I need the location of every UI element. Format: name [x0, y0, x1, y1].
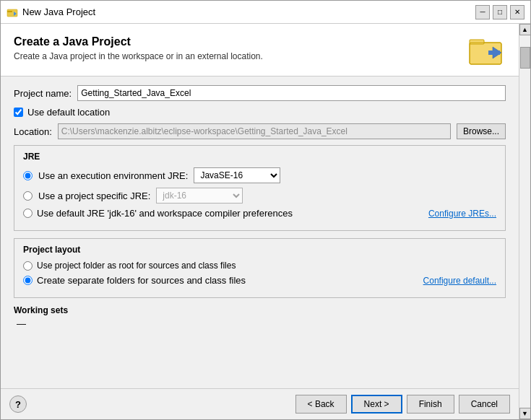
page-title: Create a Java Project — [14, 35, 263, 48]
page-subtitle: Create a Java project in the workspace o… — [14, 51, 263, 61]
working-sets-title: Working sets — [14, 305, 506, 315]
location-input — [58, 123, 451, 139]
close-button[interactable]: ✕ — [510, 5, 524, 19]
jre-option1-label[interactable]: Use an execution environment JRE: — [38, 170, 188, 181]
jre-group: JRE Use an execution environment JRE: Ja… — [14, 145, 506, 231]
scrollbar-thumb[interactable] — [520, 47, 530, 69]
svg-rect-0 — [7, 9, 17, 17]
footer-buttons: < Back Next > Finish Cancel — [295, 395, 510, 414]
jre-option2-radio[interactable] — [23, 191, 33, 201]
working-sets-section: Working sets — — [14, 305, 506, 329]
jre-option3-radio[interactable] — [23, 209, 33, 218]
footer-left: ? — [9, 395, 27, 413]
browse-button[interactable]: Browse... — [457, 123, 506, 139]
finish-button[interactable]: Finish — [407, 395, 454, 414]
layout-option1-radio[interactable] — [23, 261, 33, 271]
title-bar-controls: ─ □ ✕ — [475, 5, 524, 19]
layout-option2-radio[interactable] — [23, 276, 33, 285]
layout-option2-label[interactable]: Create separate folders for sources and … — [37, 275, 246, 286]
jre-option2-row: Use a project specific JRE: jdk-16 jdk-1… — [23, 188, 496, 204]
content-area: Create a Java Project Create a Java proj… — [1, 24, 530, 419]
layout-option2-row: Create separate folders for sources and … — [23, 275, 496, 286]
scrollbar-track: ▲ ▼ — [519, 24, 530, 419]
project-layout-title: Project layout — [23, 245, 496, 255]
header-section: Create a Java Project Create a Java proj… — [1, 24, 519, 76]
window-icon — [7, 6, 18, 18]
configure-default-link[interactable]: Configure default... — [423, 276, 496, 286]
location-row: Location: Browse... — [14, 123, 506, 139]
jre-option1-radio[interactable] — [23, 171, 33, 180]
next-button[interactable]: Next > — [351, 395, 402, 414]
project-layout-group: Project layout Use project folder as roo… — [14, 238, 506, 298]
title-bar-left: New Java Project — [7, 6, 95, 18]
project-name-input[interactable] — [77, 85, 506, 101]
new-java-project-window: New Java Project ─ □ ✕ Create a Java Pro… — [0, 0, 531, 420]
back-button[interactable]: < Back — [295, 395, 347, 414]
jre-option2-label[interactable]: Use a project specific JRE: — [38, 191, 150, 201]
header-folder-icon — [468, 32, 506, 67]
footer: ? < Back Next > Finish Cancel — [1, 388, 519, 419]
header-text: Create a Java Project Create a Java proj… — [14, 35, 263, 61]
help-button[interactable]: ? — [9, 395, 27, 413]
layout-option1-label[interactable]: Use project folder as root for sources a… — [37, 261, 236, 271]
svg-rect-1 — [7, 11, 12, 12]
jre-execution-env-select[interactable]: JavaSE-16 JavaSE-11 JavaSE-8 — [194, 167, 280, 183]
project-name-row: Project name: — [14, 85, 506, 101]
jre-option1-row: Use an execution environment JRE: JavaSE… — [23, 167, 496, 183]
configure-jres-link[interactable]: Configure JREs... — [428, 209, 496, 219]
jre-option3-row: Use default JRE 'jdk-16' and workspace c… — [23, 208, 496, 219]
scroll-up-arrow[interactable]: ▲ — [519, 24, 531, 35]
svg-rect-7 — [488, 51, 500, 55]
minimize-button[interactable]: ─ — [475, 5, 490, 19]
svg-rect-4 — [470, 40, 484, 44]
maximize-button[interactable]: □ — [493, 5, 507, 19]
cancel-button[interactable]: Cancel — [459, 395, 510, 414]
working-sets-dash: — — [17, 318, 26, 329]
main-content: Create a Java Project Create a Java proj… — [1, 24, 519, 419]
location-label: Location: — [14, 126, 52, 137]
form-area: Project name: Use default location Locat… — [1, 76, 519, 388]
jre-group-title: JRE — [23, 152, 496, 162]
use-default-location-label[interactable]: Use default location — [27, 107, 110, 118]
jre-specific-select: jdk-16 jdk-11 — [156, 188, 243, 204]
window-title: New Java Project — [22, 6, 95, 17]
layout-option1-row: Use project folder as root for sources a… — [23, 261, 496, 271]
project-name-label: Project name: — [14, 88, 72, 99]
use-default-location-row: Use default location — [14, 107, 506, 118]
scroll-down-arrow[interactable]: ▼ — [519, 408, 531, 419]
use-default-location-checkbox[interactable] — [14, 108, 23, 117]
title-bar: New Java Project ─ □ ✕ — [1, 1, 530, 24]
jre-option3-label[interactable]: Use default JRE 'jdk-16' and workspace c… — [37, 208, 293, 219]
